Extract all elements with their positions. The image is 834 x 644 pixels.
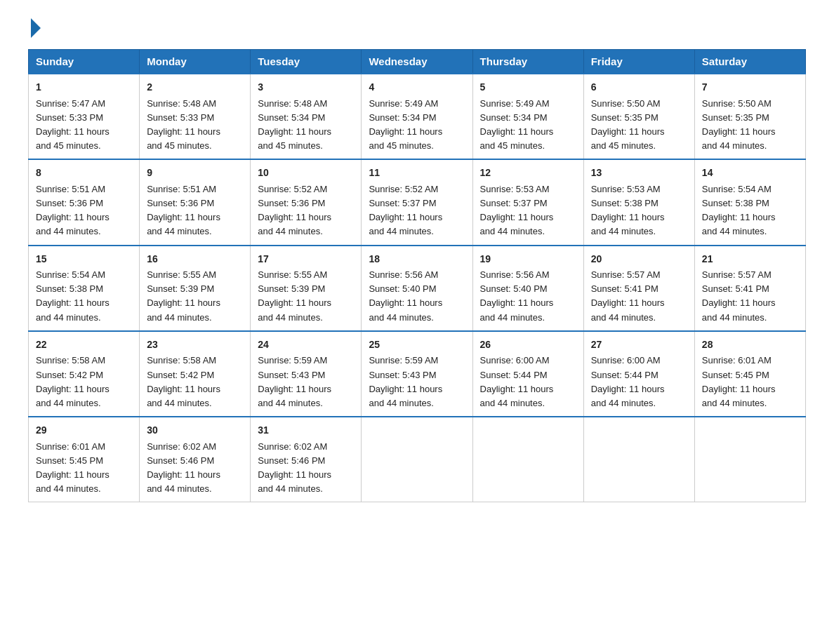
daylight-text: Daylight: 11 hours	[147, 468, 243, 482]
daylight-text: Daylight: 11 hours	[258, 296, 354, 310]
sunset-text: Sunset: 5:46 PM	[258, 454, 354, 468]
daylight-text: Daylight: 11 hours	[702, 296, 798, 310]
sunset-text: Sunset: 5:38 PM	[702, 196, 798, 210]
sunset-text: Sunset: 5:34 PM	[369, 111, 465, 125]
sunrise-text: Sunrise: 5:48 AM	[258, 97, 354, 111]
sunrise-text: Sunrise: 5:56 AM	[480, 268, 576, 282]
sunrise-text: Sunrise: 5:54 AM	[702, 182, 798, 196]
daylight-text-2: and 44 minutes.	[591, 224, 687, 239]
day-info: Sunrise: 5:54 AMSunset: 5:38 PMDaylight:…	[702, 182, 798, 239]
calendar-cell: 11Sunrise: 5:52 AMSunset: 5:37 PMDayligh…	[362, 159, 472, 245]
header-monday: Monday	[140, 50, 251, 74]
sunset-text: Sunset: 5:45 PM	[36, 454, 132, 468]
daylight-text-2: and 44 minutes.	[369, 224, 465, 239]
daylight-text: Daylight: 11 hours	[36, 382, 132, 396]
day-number: 16	[147, 252, 243, 267]
daylight-text: Daylight: 11 hours	[258, 468, 354, 482]
day-number: 21	[702, 252, 798, 267]
day-info: Sunrise: 5:56 AMSunset: 5:40 PMDaylight:…	[480, 268, 576, 325]
calendar-cell	[583, 417, 694, 502]
day-number: 28	[702, 337, 798, 353]
daylight-text: Daylight: 11 hours	[480, 296, 576, 310]
calendar-cell: 13Sunrise: 5:53 AMSunset: 5:38 PMDayligh…	[583, 159, 694, 245]
day-info: Sunrise: 5:55 AMSunset: 5:39 PMDaylight:…	[147, 268, 243, 325]
daylight-text-2: and 45 minutes.	[147, 139, 243, 153]
day-info: Sunrise: 5:51 AMSunset: 5:36 PMDaylight:…	[147, 182, 243, 239]
calendar-cell: 30Sunrise: 6:02 AMSunset: 5:46 PMDayligh…	[140, 417, 251, 502]
day-number: 29	[36, 423, 132, 438]
sunset-text: Sunset: 5:34 PM	[258, 111, 354, 125]
day-number: 18	[369, 252, 465, 267]
day-number: 23	[147, 337, 243, 353]
day-info: Sunrise: 5:56 AMSunset: 5:40 PMDaylight:…	[369, 268, 465, 325]
day-number: 1	[36, 80, 132, 95]
day-info: Sunrise: 5:59 AMSunset: 5:43 PMDaylight:…	[369, 354, 465, 410]
calendar-cell: 16Sunrise: 5:55 AMSunset: 5:39 PMDayligh…	[140, 246, 251, 331]
day-number: 5	[480, 80, 576, 95]
calendar-cell: 20Sunrise: 5:57 AMSunset: 5:41 PMDayligh…	[583, 246, 694, 331]
daylight-text-2: and 44 minutes.	[258, 311, 354, 325]
day-number: 20	[591, 252, 687, 267]
calendar-cell: 17Sunrise: 5:55 AMSunset: 5:39 PMDayligh…	[251, 246, 362, 331]
daylight-text-2: and 44 minutes.	[591, 396, 687, 410]
day-info: Sunrise: 6:01 AMSunset: 5:45 PMDaylight:…	[36, 440, 132, 497]
daylight-text-2: and 44 minutes.	[36, 396, 132, 410]
sunrise-text: Sunrise: 6:00 AM	[591, 354, 687, 368]
day-info: Sunrise: 6:02 AMSunset: 5:46 PMDaylight:…	[258, 440, 354, 497]
sunset-text: Sunset: 5:37 PM	[369, 196, 465, 210]
sunset-text: Sunset: 5:45 PM	[702, 368, 798, 382]
sunset-text: Sunset: 5:36 PM	[147, 196, 243, 210]
sunset-text: Sunset: 5:41 PM	[591, 282, 687, 296]
day-number: 25	[369, 337, 465, 353]
daylight-text-2: and 44 minutes.	[702, 139, 798, 153]
day-info: Sunrise: 5:59 AMSunset: 5:43 PMDaylight:…	[258, 354, 354, 410]
calendar-cell: 12Sunrise: 5:53 AMSunset: 5:37 PMDayligh…	[472, 159, 583, 245]
daylight-text: Daylight: 11 hours	[702, 125, 798, 139]
daylight-text: Daylight: 11 hours	[369, 296, 465, 310]
sunrise-text: Sunrise: 6:02 AM	[258, 440, 354, 454]
header-saturday: Saturday	[694, 50, 805, 74]
daylight-text-2: and 45 minutes.	[369, 139, 465, 153]
sunset-text: Sunset: 5:43 PM	[258, 368, 354, 382]
daylight-text: Daylight: 11 hours	[36, 296, 132, 310]
calendar-week-row: 1Sunrise: 5:47 AMSunset: 5:33 PMDaylight…	[29, 74, 806, 159]
sunrise-text: Sunrise: 5:58 AM	[147, 354, 243, 368]
calendar-cell: 18Sunrise: 5:56 AMSunset: 5:40 PMDayligh…	[362, 246, 472, 331]
sunrise-text: Sunrise: 5:50 AM	[591, 97, 687, 111]
daylight-text: Daylight: 11 hours	[591, 125, 687, 139]
sunrise-text: Sunrise: 6:00 AM	[480, 354, 576, 368]
sunrise-text: Sunrise: 6:01 AM	[702, 354, 798, 368]
header-area	[28, 21, 806, 38]
daylight-text: Daylight: 11 hours	[702, 382, 798, 396]
sunrise-text: Sunrise: 5:51 AM	[147, 182, 243, 196]
sunset-text: Sunset: 5:42 PM	[147, 368, 243, 382]
day-info: Sunrise: 5:53 AMSunset: 5:37 PMDaylight:…	[480, 182, 576, 239]
day-number: 13	[591, 166, 687, 181]
daylight-text-2: and 44 minutes.	[258, 482, 354, 496]
sunrise-text: Sunrise: 5:59 AM	[258, 354, 354, 368]
calendar-cell: 21Sunrise: 5:57 AMSunset: 5:41 PMDayligh…	[694, 246, 805, 331]
calendar-cell: 7Sunrise: 5:50 AMSunset: 5:35 PMDaylight…	[694, 74, 805, 159]
calendar-cell	[362, 417, 472, 502]
calendar-cell	[472, 417, 583, 502]
sunset-text: Sunset: 5:33 PM	[36, 111, 132, 125]
day-info: Sunrise: 5:49 AMSunset: 5:34 PMDaylight:…	[369, 97, 465, 154]
day-info: Sunrise: 5:55 AMSunset: 5:39 PMDaylight:…	[258, 268, 354, 325]
calendar-week-row: 8Sunrise: 5:51 AMSunset: 5:36 PMDaylight…	[29, 159, 806, 245]
calendar-cell: 8Sunrise: 5:51 AMSunset: 5:36 PMDaylight…	[29, 159, 140, 245]
daylight-text-2: and 44 minutes.	[369, 396, 465, 410]
sunrise-text: Sunrise: 5:55 AM	[258, 268, 354, 282]
daylight-text: Daylight: 11 hours	[258, 125, 354, 139]
sunset-text: Sunset: 5:35 PM	[702, 111, 798, 125]
calendar-cell: 24Sunrise: 5:59 AMSunset: 5:43 PMDayligh…	[251, 331, 362, 417]
day-number: 17	[258, 252, 354, 267]
day-info: Sunrise: 5:58 AMSunset: 5:42 PMDaylight:…	[36, 354, 132, 410]
day-info: Sunrise: 5:47 AMSunset: 5:33 PMDaylight:…	[36, 97, 132, 154]
logo-area	[28, 21, 41, 38]
logo-text	[28, 21, 41, 38]
sunrise-text: Sunrise: 6:01 AM	[36, 440, 132, 454]
day-info: Sunrise: 5:51 AMSunset: 5:36 PMDaylight:…	[36, 182, 132, 239]
day-info: Sunrise: 6:02 AMSunset: 5:46 PMDaylight:…	[147, 440, 243, 497]
daylight-text-2: and 44 minutes.	[147, 224, 243, 239]
daylight-text: Daylight: 11 hours	[591, 210, 687, 224]
